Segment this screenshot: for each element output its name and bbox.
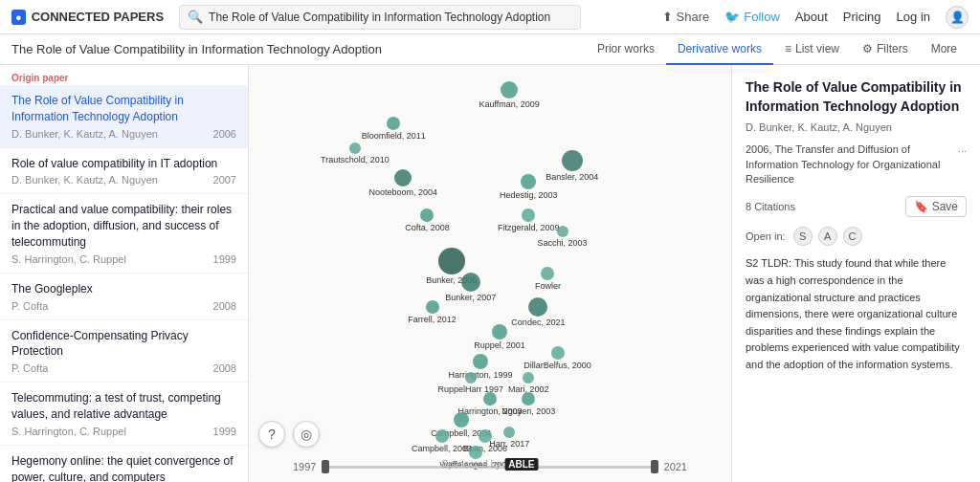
paper-authors: S. Harrington, C. Ruppel 1999 (11, 253, 236, 265)
tldr-text: S2 TLDR: This study found that while the… (746, 255, 967, 373)
open-in-icons: S A C (793, 227, 862, 246)
graph-node[interactable] (465, 372, 477, 383)
graph-node[interactable] (461, 273, 480, 292)
filters-label: Filters (877, 42, 908, 55)
share-button[interactable]: ⬆ Share (662, 10, 710, 24)
locate-button[interactable]: ◎ (293, 421, 320, 448)
about-link[interactable]: About (795, 10, 828, 24)
save-button[interactable]: 🔖 Save (905, 196, 967, 217)
graph-node-label: Kauffman, 2009 (479, 99, 539, 109)
paper-authors: S. Harrington, C. Ruppel 1999 (11, 426, 236, 437)
graph-node[interactable] (541, 267, 554, 280)
graph-node[interactable] (479, 429, 492, 443)
graph-node[interactable] (521, 174, 536, 189)
open-in-row: Open in: S A C (746, 227, 967, 246)
paper-list-item[interactable]: Role of value compatibility in IT adopti… (0, 148, 248, 195)
graph-node-label: Ruppel, 2001 (474, 340, 525, 350)
graph-node-label: Harrington, 1999 (448, 370, 512, 380)
origin-label: Origin paper (0, 65, 248, 85)
right-related-row: 2006, The Transfer and Diffusion of Info… (746, 142, 967, 186)
timeline-start: 1997 (287, 461, 322, 472)
login-link[interactable]: Log in (897, 10, 930, 24)
share-icon: ⬆ (662, 10, 673, 24)
open-arxiv[interactable]: A (818, 227, 837, 246)
graph-node-label: Hedestig, 2003 (500, 190, 558, 200)
right-paper-title: The Role of Value Compatibility in Infor… (746, 78, 967, 116)
open-semantic-scholar[interactable]: S (793, 227, 813, 246)
tab-more[interactable]: More (920, 34, 969, 65)
main-layout: Origin paper The Role of Value Compatibi… (0, 65, 980, 482)
page-title: The Role of Value Compatibility in Infor… (11, 42, 586, 56)
paper-title: Hegemony online: the quiet convergence o… (11, 453, 236, 482)
graph-node-label: Sacchi, 2003 (538, 238, 588, 248)
graph-node[interactable] (420, 208, 434, 222)
tab-list-view[interactable]: ≡ List view (773, 34, 851, 65)
graph-area[interactable]: Kauffman, 2009Bloomfield, 2011Trautschol… (249, 65, 731, 482)
paper-title: Confidence-Compensating Privacy Protecti… (11, 328, 236, 361)
sub-header: The Role of Value Compatibility in Infor… (0, 34, 980, 65)
nav-right: ⬆ Share 🐦 Follow About Pricing Log in 👤 (662, 6, 969, 29)
paper-list-item[interactable]: The Role of Value Compatibility in Infor… (0, 85, 248, 148)
graph-node-label: Nooteboom, 2004 (368, 187, 437, 197)
graph-node[interactable] (503, 427, 515, 438)
graph-node[interactable] (522, 208, 535, 222)
graph-node[interactable] (492, 324, 507, 340)
paper-title: The Googleplex (11, 281, 236, 297)
paper-list: The Role of Value Compatibility in Infor… (0, 85, 248, 482)
graph-node-label: Condec, 2021 (511, 318, 565, 327)
graph-node-label: Fitzgerald, 2009 (498, 223, 560, 232)
app-logo[interactable]: ● CONNECTED PAPERS (11, 10, 164, 25)
paper-list-item[interactable]: The Googleplex P. Cofta 2008 (0, 274, 248, 320)
graph-node[interactable] (435, 429, 449, 443)
graph-node[interactable] (387, 117, 400, 130)
list-icon: ≡ (785, 42, 791, 55)
open-in-label: Open in: (746, 230, 786, 242)
follow-button[interactable]: 🐦 Follow (724, 10, 780, 24)
open-crossref[interactable]: C (843, 227, 862, 246)
graph-node-label: Campbell, 2003 (412, 444, 472, 453)
timeline-handle-right[interactable] (651, 460, 658, 473)
timeline-handle-left[interactable] (322, 460, 329, 473)
search-input[interactable] (209, 11, 572, 24)
graph-node[interactable] (522, 392, 535, 405)
sub-nav-tabs: Prior works Derivative works ≡ List view… (586, 34, 969, 65)
search-bar[interactable]: 🔍 (179, 5, 581, 30)
paper-title: Telecommuting: a test of trust, competin… (11, 390, 236, 423)
graph-node-label: Nguyen, 2003 (501, 406, 555, 416)
sponsored-text: Sponsored by (442, 459, 501, 470)
more-button[interactable]: ... (958, 142, 967, 154)
graph-node-label: Bunker, 2007 (445, 293, 496, 302)
user-avatar[interactable]: 👤 (946, 6, 969, 29)
graph-node[interactable] (501, 81, 518, 99)
paper-list-item[interactable]: Practical and value compatibility: their… (0, 194, 248, 273)
graph-node[interactable] (528, 297, 547, 317)
graph-canvas: Kauffman, 2009Bloomfield, 2011Trautschol… (249, 65, 731, 482)
paper-authors: D. Bunker, K. Kautz, A. Nguyen 2006 (11, 128, 236, 140)
tab-prior-works[interactable]: Prior works (586, 34, 666, 65)
graph-node[interactable] (349, 142, 361, 154)
graph-node[interactable] (438, 248, 465, 274)
graph-node[interactable] (551, 346, 565, 360)
graph-node[interactable] (483, 392, 497, 405)
graph-node[interactable] (557, 226, 568, 237)
pricing-link[interactable]: Pricing (843, 10, 881, 24)
paper-list-item[interactable]: Confidence-Compensating Privacy Protecti… (0, 320, 248, 383)
help-icon: ? (268, 427, 276, 442)
graph-node[interactable] (454, 412, 469, 427)
able-logo: ABLE (504, 458, 538, 471)
right-related-text[interactable]: 2006, The Transfer and Diffusion of Info… (746, 142, 952, 186)
sponsored-area: Sponsored by ABLE (442, 458, 539, 471)
paper-title: Role of value compatibility in IT adopti… (11, 156, 236, 172)
paper-list-item[interactable]: Hegemony online: the quiet convergence o… (0, 446, 248, 482)
help-button[interactable]: ? (258, 421, 285, 448)
paper-list-item[interactable]: Telecommuting: a test of trust, competin… (0, 383, 248, 446)
tab-filters[interactable]: ⚙ Filters (851, 34, 920, 65)
prior-works-label: Prior works (597, 42, 655, 55)
graph-node[interactable] (473, 354, 488, 369)
graph-node-label: DillarBelfus, 2000 (523, 361, 591, 370)
graph-node[interactable] (523, 372, 534, 383)
tab-derivative-works[interactable]: Derivative works (666, 34, 773, 65)
graph-node[interactable] (426, 300, 439, 314)
graph-node[interactable] (394, 169, 412, 186)
graph-node[interactable] (562, 150, 583, 171)
